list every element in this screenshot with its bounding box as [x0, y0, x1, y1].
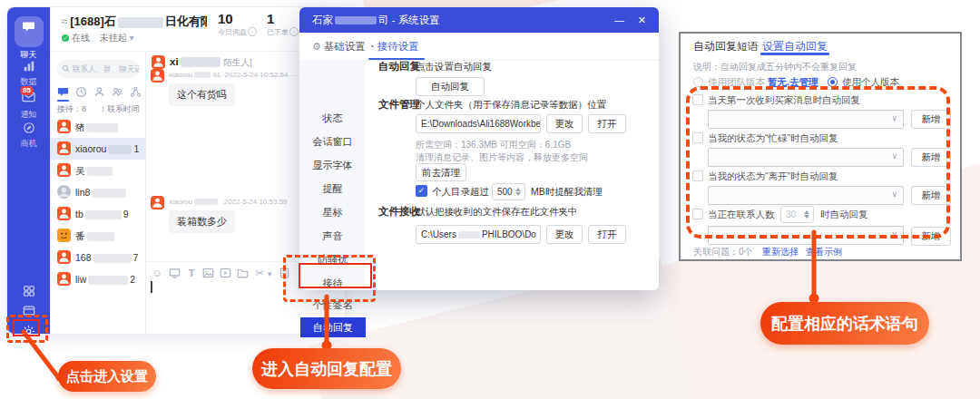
search-input[interactable]: 联系人、群、聊天记录 [56, 60, 140, 78]
message-meta: xiaorou91 2022-5-24 10:52:54 [169, 71, 288, 79]
threshold-spinner[interactable]: 500 [492, 183, 525, 200]
scissors-icon[interactable] [253, 268, 266, 280]
history-clock-icon[interactable] [75, 85, 88, 98]
tab-reception-settings[interactable]: ◔接待设置 [368, 33, 419, 60]
video-icon[interactable] [219, 268, 231, 280]
rule-busy-select[interactable] [708, 148, 904, 167]
apps-grid-icon[interactable] [7, 285, 50, 300]
avatar [57, 250, 71, 264]
contact-item[interactable]: 吴 [50, 160, 145, 181]
sort-icon: ↕ [101, 104, 105, 113]
contact-count-spinner[interactable]: 30 [780, 206, 814, 223]
avatar [57, 185, 71, 199]
sidebar-item-notifications[interactable]: 85 通知 [7, 91, 50, 121]
clean-threshold-checkbox[interactable] [416, 185, 427, 197]
chat-app-window: 聊天 数据 85 通知 商机 [7, 7, 345, 334]
avatar [57, 163, 71, 177]
contact-item[interactable]: tb9 [50, 203, 145, 225]
online-status: 在线 [72, 33, 90, 43]
tab-basic-settings[interactable]: ⚙基础设置 [312, 33, 366, 60]
contact-item-selected[interactable]: xiaorou1 [50, 138, 145, 160]
sort-by-contact-time[interactable]: ↕ 联系时间 [101, 103, 140, 115]
reception-count: 接待：8 [57, 103, 86, 115]
reselect-link[interactable]: 重新选择 [762, 246, 799, 258]
emoji-icon[interactable] [151, 268, 163, 280]
menu-item-auto-reply[interactable]: 自动回复 [300, 317, 366, 337]
message-meta: xiaorou 2022-5-24 10:53:59 [169, 198, 288, 206]
contact-name: liw2 [75, 274, 135, 285]
menu-item-anti-harassment[interactable]: 防骚扰 [299, 250, 366, 268]
rule-busy-checkbox[interactable] [692, 132, 703, 143]
sidebar-item-data[interactable]: 数据 [7, 60, 50, 88]
image-icon[interactable] [201, 268, 214, 280]
folder-icon[interactable] [236, 268, 249, 280]
calculator-icon[interactable] [278, 268, 290, 280]
contact-item[interactable]: lin8 [50, 181, 145, 203]
file-receive-hint: 默认把接收到的文件保存在此文件夹中 [416, 206, 578, 219]
receive-change-button[interactable]: 更改 [546, 225, 583, 244]
rule-first-message-select[interactable] [708, 110, 904, 129]
callout-enter-auto-reply-config: 进入自动回复配置 [252, 348, 401, 389]
team-version-radio[interactable] [693, 77, 703, 87]
menu-item-reminder[interactable]: 提醒 [299, 180, 366, 198]
sidebar-item-business[interactable]: 商机 [7, 122, 50, 150]
spinner-up-icon[interactable] [515, 188, 521, 191]
menu-item-sound[interactable]: 声音 [299, 227, 366, 245]
menu-item-signature[interactable]: 个性签名 [299, 296, 366, 314]
personal-version-radio[interactable] [828, 77, 838, 87]
menu-item-display-font[interactable]: 显示字体 [299, 156, 366, 174]
dialog-tabs: ⚙基础设置 ◔接待设置 [299, 33, 659, 61]
close-button[interactable]: ✕ [638, 7, 646, 33]
spinner-up-icon[interactable] [804, 210, 809, 214]
spinner-down-icon[interactable] [804, 215, 809, 219]
add-reply-button[interactable]: 新增 [911, 110, 951, 129]
add-reply-button[interactable]: 新增 [911, 148, 951, 167]
rule-contact-count-select[interactable] [708, 226, 904, 245]
contact-item[interactable]: liw2 [50, 268, 145, 290]
menu-item-reception[interactable]: 接待 [299, 274, 366, 292]
menu-item-star[interactable]: 星标 [299, 203, 366, 221]
rule-contact-count-checkbox[interactable] [692, 209, 703, 219]
caret-down-icon[interactable] [266, 268, 273, 280]
rule-first-message-label: 当天第一次收到买家消息时自动回复 [708, 94, 860, 107]
add-reply-button[interactable]: 新增 [911, 186, 951, 205]
font-icon[interactable] [185, 268, 198, 280]
contact-item[interactable]: 1687 [50, 247, 145, 268]
hangup-status-dropdown[interactable]: 未挂起 ▾ [100, 33, 134, 43]
menu-item-session-window[interactable]: 会话窗口 [299, 132, 366, 151]
contact-item[interactable]: 番 [50, 225, 145, 247]
view-example-link[interactable]: 查看示例 [806, 246, 842, 258]
info-icon[interactable]: i [248, 27, 257, 36]
contact-person-icon[interactable] [93, 85, 106, 98]
receive-open-button[interactable]: 打开 [588, 225, 626, 244]
contact-item[interactable]: 猪 [50, 116, 145, 138]
contact-filter-tabs [50, 85, 145, 102]
menu-item-status[interactable]: 状态 [299, 109, 366, 127]
chat-filter-icon[interactable] [57, 85, 70, 98]
search-icon [62, 64, 70, 73]
receive-folder-path-input[interactable]: C:\UsersPHILBOO\Do [416, 225, 541, 244]
manage-team-link[interactable]: 暂无,去管理 [768, 76, 818, 89]
go-clean-button[interactable]: 前去清理 [416, 163, 466, 181]
rule-away-select[interactable] [708, 186, 904, 205]
mini-window-icon[interactable] [7, 305, 50, 319]
info-icon[interactable]: i [289, 27, 299, 36]
change-folder-button[interactable]: 更改 [546, 114, 583, 133]
settings-gear-icon[interactable] [7, 325, 50, 341]
group-people-icon[interactable] [112, 85, 124, 98]
spinner-down-icon[interactable] [515, 192, 521, 196]
rule-away-checkbox[interactable] [692, 170, 703, 181]
open-folder-button[interactable]: 打开 [588, 114, 626, 133]
tab-reply-phrases[interactable]: 自动回复短语 [693, 39, 759, 54]
rule-first-message-checkbox[interactable] [692, 94, 703, 105]
auto-reply-settings-button[interactable]: 自动回复 [416, 77, 485, 96]
add-reply-button[interactable]: 新增 [911, 227, 951, 246]
personal-folder-path-input[interactable]: E:\Downloads\Ali1688Workbenc [416, 114, 541, 133]
stat-ordered: 1 已下单i [267, 11, 301, 37]
org-structure-icon[interactable] [130, 85, 142, 98]
minimize-button[interactable]: — [614, 7, 624, 33]
screenshot-icon[interactable] [168, 268, 181, 280]
sidebar-item-chat[interactable]: 聊天 [7, 16, 50, 61]
active-filter-underline [57, 100, 69, 102]
section-file-receive-label: 文件接收 [378, 205, 420, 219]
